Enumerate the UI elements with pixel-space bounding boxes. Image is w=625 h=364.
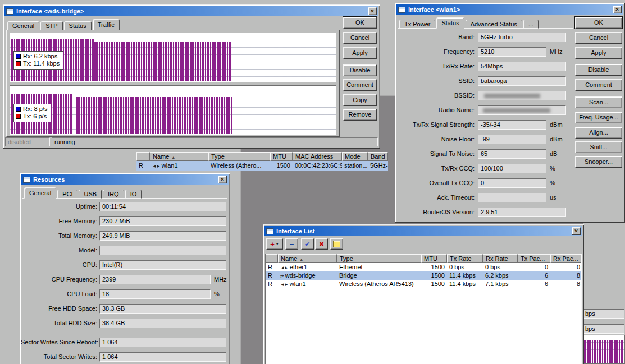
traffic-tab-page: Rx: 6.2 kbps Tx: 11.4 kbps Rx: 8 p/s Tx:… [6,30,340,137]
column-header-flag[interactable] [266,254,278,263]
field-unit: dBm [550,120,563,130]
close-button[interactable]: ✕ [613,6,622,13]
titlebar[interactable]: Interface <wlan1> ✕ [396,4,623,15]
status-bar: disabled running [5,137,378,146]
interface-row-wlan1[interactable]: R ◄►wlan1 Wireless (Atheros AR5413) 1500… [266,280,581,288]
column-header-mtu[interactable]: MTU [270,152,293,161]
enable-interface-button[interactable]: ✔ [301,238,314,250]
tab-status[interactable]: Status [64,21,92,30]
cell-tx-packets: 6 [518,271,550,280]
ssid-field[interactable]: babaroga [478,76,566,86]
close-button[interactable]: ✕ [218,176,227,183]
interface-row-ether1[interactable]: R ◄►ether1 Ethernet 1500 0 bps 0 bps 0 0 [266,263,581,271]
total-sector-writes-field[interactable]: 1 064 [99,352,226,362]
total-memory-field[interactable]: 249.9 MiB [99,231,226,241]
tx-rx-ccq-field[interactable]: 100/100 [478,164,546,173]
tab-traffic[interactable]: Traffic [93,19,120,30]
sniff-button[interactable]: Sniff... [575,141,622,153]
noise-floor-field[interactable]: -99 [478,135,546,144]
column-header-type[interactable]: Type [208,152,270,161]
sector-writes-field[interactable]: 1 064 [99,338,226,347]
ack-timeout-field[interactable] [478,193,546,202]
tab-usb[interactable]: USB [79,190,102,199]
background-rate-field[interactable]: bps [583,309,624,319]
tab-tx-power[interactable]: Tx Power [399,20,435,29]
field-label: Noise Floor: [396,135,475,144]
interface-row-wds-bridge[interactable]: R ⇄wds-bridge Bridge 1500 11.4 kbps 6.2 … [266,271,581,280]
tab-stp[interactable]: STP [40,21,62,30]
tab-general[interactable]: General [7,21,39,30]
disable-button[interactable]: Disable [575,64,622,76]
band-field[interactable]: 5GHz-turbo [478,33,566,42]
column-header-rx-packets[interactable]: Rx Pac... [550,254,582,263]
cell-mtu: 1500 [421,271,447,280]
tab-advanced-status[interactable]: Advanced Status [466,20,522,29]
tab-irq[interactable]: IRQ [103,190,124,199]
background-rate-field[interactable]: bps [583,324,624,334]
cpu-load-field[interactable]: 18 [99,289,211,299]
cpu-frequency-field[interactable]: 2399 [99,275,211,284]
column-header-tx-packets[interactable]: Tx Pac... [518,254,550,263]
disable-interface-button[interactable]: ✖ [315,238,328,250]
tab-status[interactable]: Status [436,17,464,29]
close-button[interactable]: ✕ [368,7,377,15]
tab-more[interactable]: ... [523,20,539,29]
copy-button[interactable]: Copy [343,94,377,106]
column-header-band[interactable]: Band [368,152,388,161]
align-button[interactable]: Align... [575,127,622,139]
free-memory-field[interactable]: 230.7 MiB [99,216,226,226]
column-header-mac-address[interactable]: MAC Address [293,152,342,161]
field-label: CPU Frequency: [21,275,97,284]
remove-interface-button[interactable]: − [285,238,298,250]
close-button[interactable]: ✕ [572,227,581,235]
add-interface-button[interactable]: + ▼ [266,238,283,250]
column-header-mtu[interactable]: MTU [421,254,447,263]
titlebar[interactable]: Resources ✕ [21,174,229,185]
cancel-button[interactable]: Cancel [343,32,377,44]
tab-pci[interactable]: PCI [57,190,77,199]
cell-tx-packets: 6 [518,280,550,288]
ok-button[interactable]: OK [575,17,622,29]
column-header-name[interactable]: Name▲ [278,254,337,263]
signal-to-noise-field[interactable]: 65 [478,149,546,159]
uptime-field[interactable]: 00:11:54 [99,202,226,211]
tab-general[interactable]: General [24,187,56,199]
apply-button[interactable]: Apply [343,47,377,59]
apply-button[interactable]: Apply [575,47,622,59]
ok-button[interactable]: OK [343,17,377,29]
column-header-mode[interactable]: Mode [342,152,368,161]
column-header-flag[interactable] [136,152,150,161]
cell-rx-rate: 7.1 kbps [483,280,518,288]
column-header-rx-rate[interactable]: Rx Rate [483,254,518,263]
model-field[interactable] [99,246,226,255]
desktop: bps bps Name▲ Type MTU MAC Address Mode … [0,0,625,364]
frequency-field[interactable]: 5210 [478,47,546,57]
comment-button[interactable]: Comment [343,79,377,91]
column-header-tx-rate[interactable]: Tx Rate [447,254,483,263]
tab-io[interactable]: IO [125,190,142,199]
radio-name-field[interactable] [478,105,566,115]
titlebar[interactable]: Interface List ✕ [264,226,582,236]
cancel-button[interactable]: Cancel [575,32,622,44]
overall-tx-ccq-field[interactable]: 0 [478,178,546,188]
disable-button[interactable]: Disable [343,64,377,76]
routeros-version-field[interactable]: 2.9.51 [478,208,566,217]
column-header-type[interactable]: Type [337,254,421,263]
total-hdd-size-field[interactable]: 38.4 GB [99,319,226,328]
scan-button[interactable]: Scan... [575,96,622,108]
comment-button[interactable]: Comment [575,79,622,91]
interface-row-wlan1[interactable]: R ◄►wlan1 Wireless (Athero... 1500 00:0C… [136,161,388,171]
comment-button[interactable] [330,238,343,250]
free-hdd-space-field[interactable]: 38.3 GB [99,304,226,314]
background-rate-value: bps [585,325,595,332]
remove-button[interactable]: Remove [343,109,377,121]
titlebar[interactable]: Interface <wds-bridge> ✕ [4,6,378,16]
column-header-name[interactable]: Name▲ [150,152,208,161]
signal-strength-field[interactable]: -35/-34 [478,120,546,130]
bssid-field[interactable] [478,91,566,100]
tx-rx-rate-field[interactable]: 54Mbps [478,62,566,71]
freq-usage-button[interactable]: Freq. Usage... [575,112,622,123]
snooper-button[interactable]: Snooper... [575,156,622,168]
field-label: Total Sector Writes: [21,352,97,362]
cpu-field[interactable]: Intel(R) [99,260,226,270]
